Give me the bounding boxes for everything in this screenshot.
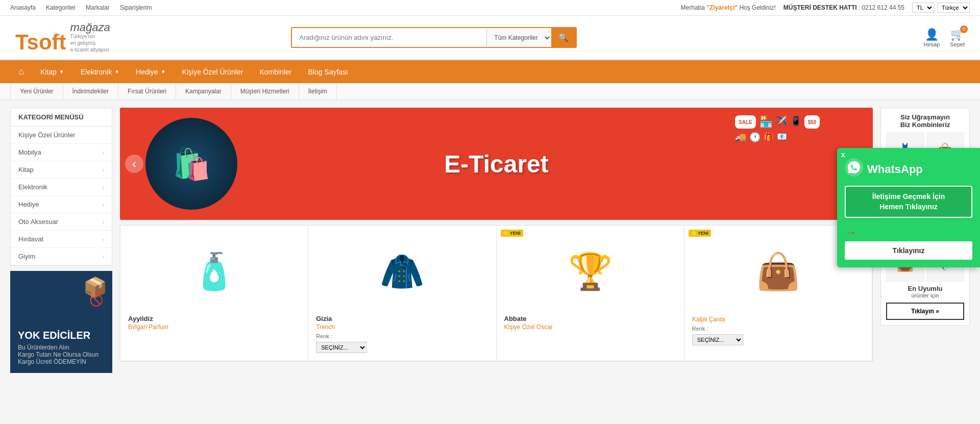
- product-card-2[interactable]: ⭐ YENİ 🏆 Abbate Kişiye Özel Oscar: [497, 226, 684, 361]
- banner-prev[interactable]: ‹: [125, 155, 143, 173]
- cart-badge: 0: [960, 26, 968, 33]
- sec-nav-iletisim[interactable]: İletişim: [299, 83, 337, 99]
- search-button[interactable]: 🔍: [551, 28, 576, 47]
- whatsapp-cta-text: İletişime Geçmek İçinHemen Tıklayınız: [851, 192, 966, 212]
- product-img-0: 🧴: [184, 233, 245, 310]
- nav-kategoriler[interactable]: Kategoriler: [46, 4, 76, 11]
- red-arrow-icon: →: [845, 225, 857, 239]
- oto-arrow: ›: [102, 219, 104, 225]
- hirdavat-arrow: ›: [102, 236, 104, 242]
- account-label: Hesap: [923, 41, 940, 47]
- category-hediye[interactable]: Hediye ›: [11, 196, 112, 213]
- sec-nav-musteri[interactable]: Müşteri Hizmetleri: [231, 83, 299, 99]
- hediye-dropdown-arrow: ▼: [161, 69, 166, 74]
- banner-email-icon: 📧: [777, 132, 787, 143]
- mobilya-arrow: ›: [102, 149, 104, 156]
- currency-select[interactable]: TL: [912, 3, 934, 13]
- left-sidebar: KATEGORİ MENÜSÜ Kişiye Özel Ürünler Mobi…: [10, 108, 112, 373]
- nav-markalar[interactable]: Markalar: [86, 4, 110, 11]
- top-bar-right: Merhaba "Ziyaretçi" Hoş Geldiniz! MÜŞTER…: [681, 3, 970, 13]
- category-menu: KATEGORİ MENÜSÜ Kişiye Özel Ürünler Mobi…: [10, 108, 112, 266]
- nav-home[interactable]: ⌂: [10, 60, 32, 83]
- product-brand-1: Gizia: [316, 315, 332, 322]
- sec-nav-kampanyalar[interactable]: Kampanyalar: [176, 83, 231, 99]
- kombine-cta-title: En Uyumlu: [886, 285, 964, 292]
- whatsapp-cta-row: İletişime Geçmek İçinHemen Tıklayınız: [845, 186, 972, 223]
- support-info: MÜŞTERİ DESTEK HATTI : 0212 612 44 55: [783, 4, 904, 11]
- category-oto-aksesuar[interactable]: Oto Aksesuar ›: [11, 213, 112, 231]
- kombine-button[interactable]: Tıklayın »: [886, 303, 964, 320]
- product-color-select-3[interactable]: SEÇİNİZ...: [692, 334, 743, 345]
- nav-kombinler[interactable]: Kombinler: [251, 62, 300, 82]
- logo-magaza: mağaza: [70, 22, 110, 33]
- banner-content: E-Ticaret: [143, 150, 849, 178]
- product-badge-3: ⭐ YENİ: [689, 230, 711, 237]
- nav-hediye[interactable]: Hediye ▼: [128, 62, 174, 82]
- center-area: ‹ 🛍️ E-Ticaret SALE 🏪 ✈️ 📱 $50 🚚 🕐 🎁 📧 ›: [120, 108, 873, 373]
- whatsapp-click-button[interactable]: Tıklayınız: [845, 241, 972, 260]
- account-action[interactable]: 👤 Hesap: [923, 28, 940, 47]
- category-elektronik[interactable]: Elektronik ›: [11, 179, 112, 196]
- product-name-2: Kişiye Özel Oscar: [504, 323, 553, 331]
- language-selectors: TL Türkçe: [912, 3, 970, 13]
- product-name-3: Kalpli Çanta: [692, 316, 725, 323]
- banner-plane-icon: ✈️: [776, 115, 787, 129]
- category-kisiye-ozel[interactable]: Kişiye Özel Ürünler: [11, 127, 112, 144]
- product-color-3: Renk :: [692, 326, 708, 332]
- category-mobilya[interactable]: Mobilya ›: [11, 144, 112, 161]
- sec-nav-yeni[interactable]: Yeni Ürünler: [10, 83, 63, 99]
- nav-elektronik[interactable]: Elektronik ▼: [72, 62, 128, 82]
- logo-tsoft: Tsoft: [15, 32, 66, 53]
- product-name-0: Bvlgari Parfum: [128, 323, 168, 331]
- product-brand-2: Abbate: [504, 315, 527, 322]
- kitap-dropdown-arrow: ▼: [59, 69, 64, 74]
- product-brand-0: Ayyildiz: [128, 315, 153, 322]
- ad-subtitle: Bu Ürünlerden Alın Kargo Tutarı Ne Olurs…: [18, 344, 105, 365]
- whatsapp-popup: x WhatsApp İletişime Geçmek İçinHemen Tı…: [837, 148, 980, 267]
- cart-icon: 🛒 0: [950, 28, 964, 41]
- banner-shop-visual: 🛍️: [145, 118, 237, 210]
- header: Tsoft mağaza Türkiye'nin en gelişmiş e-t…: [0, 16, 980, 60]
- logo[interactable]: Tsoft mağaza Türkiye'nin en gelişmiş e-t…: [15, 22, 110, 53]
- banner-title: E-Ticaret: [444, 150, 549, 178]
- nav-anasayfa[interactable]: Anasayfa: [10, 4, 36, 11]
- product-badge-2: ⭐ YENİ: [501, 230, 523, 237]
- kombine-cta-subtitle: ürünler için: [886, 292, 964, 298]
- product-color-1: Renk :: [316, 333, 332, 339]
- product-img-3: 👜: [747, 233, 808, 310]
- whatsapp-cta-box: İletişime Geçmek İçinHemen Tıklayınız: [845, 186, 972, 218]
- greeting-text: Merhaba "Ziyaretçi" Hoş Geldiniz!: [681, 4, 776, 11]
- category-giyim[interactable]: Giyim ›: [11, 248, 112, 265]
- nav-siparislerim[interactable]: Siparişlerim: [120, 4, 152, 11]
- kombine-cta: En Uyumlu ürünler için: [886, 285, 964, 298]
- sidebar-ad: 📦 🚫 YOK EDİCİLER Bu Ürünlerden Alın Karg…: [10, 271, 112, 373]
- kombine-title: Siz Uğraşmayın Biz Kombinleriz: [886, 113, 964, 129]
- product-img-2: 🏆: [559, 233, 621, 310]
- category-hirdavat[interactable]: Hırdavat ›: [11, 231, 112, 248]
- logo-tagline: Türkiye'nin en gelişmiş e-ticaret altyap…: [70, 33, 110, 53]
- nav-kitap[interactable]: Kitap ▼: [32, 62, 72, 82]
- whatsapp-icon: [845, 158, 863, 181]
- product-card-1[interactable]: 🧥 Gizia Trench Renk : SEÇİNİZ...: [308, 226, 496, 361]
- search-input[interactable]: [292, 29, 486, 46]
- ad-no-icon: 🚫: [89, 294, 103, 307]
- kitap-arrow: ›: [102, 167, 104, 173]
- cart-action[interactable]: 🛒 0 Sepet: [950, 28, 965, 47]
- nav-blog[interactable]: Blog Sayfası: [300, 62, 356, 82]
- language-select[interactable]: Türkçe: [937, 3, 970, 13]
- top-nav-links: Anasayfa Kategoriler Markalar Siparişler…: [10, 4, 152, 11]
- main-content: KATEGORİ MENÜSÜ Kişiye Özel Ürünler Mobi…: [0, 100, 980, 381]
- whatsapp-close-button[interactable]: x: [841, 151, 845, 159]
- product-select-3: SEÇİNİZ...: [692, 334, 743, 345]
- hediye-arrow: ›: [102, 202, 104, 208]
- sec-nav-firsat[interactable]: Fırsat Ürünleri: [118, 83, 176, 99]
- category-kitap[interactable]: Kitap ›: [11, 161, 112, 179]
- banner-icons-right: SALE 🏪 ✈️ 📱 $50 🚚 🕐 🎁 📧: [735, 115, 827, 143]
- product-color-select-1[interactable]: SEÇİNİZ...: [316, 342, 367, 353]
- sec-nav-indirimdekiler[interactable]: İndirimdekiler: [63, 83, 118, 99]
- whatsapp-arrow-row: →: [845, 225, 972, 239]
- category-select[interactable]: Tüm Kategoriler: [486, 29, 551, 46]
- product-card-0[interactable]: 🧴 Ayyildiz Bvlgari Parfum: [120, 226, 308, 361]
- cart-label: Sepet: [950, 41, 965, 47]
- nav-kisiye-ozel[interactable]: Kişiye Özel Ürünler: [174, 62, 252, 82]
